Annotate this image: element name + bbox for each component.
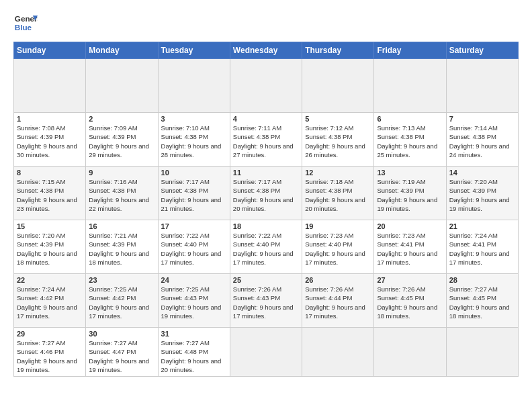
- day-number: 25: [233, 276, 299, 284]
- calendar-cell: 26Sunrise: 7:26 AMSunset: 4:44 PMDayligh…: [302, 274, 374, 328]
- calendar-header-row: SundayMondayTuesdayWednesdayThursdayFrid…: [14, 42, 519, 59]
- day-number: 17: [161, 222, 227, 230]
- day-info: Sunrise: 7:21 AMSunset: 4:39 PMDaylight:…: [89, 232, 149, 266]
- day-info: Sunrise: 7:13 AMSunset: 4:38 PMDaylight:…: [377, 124, 437, 158]
- calendar-week-row: 15Sunrise: 7:20 AMSunset: 4:39 PMDayligh…: [14, 220, 519, 274]
- calendar-cell: 15Sunrise: 7:20 AMSunset: 4:39 PMDayligh…: [14, 220, 86, 274]
- calendar-cell: [302, 59, 374, 113]
- day-number: 20: [377, 222, 443, 230]
- day-info: Sunrise: 7:18 AMSunset: 4:38 PMDaylight:…: [305, 178, 365, 212]
- day-number: 22: [17, 276, 83, 284]
- calendar-cell: [230, 328, 302, 377]
- day-number: 2: [89, 115, 154, 123]
- calendar-cell: 18Sunrise: 7:22 AMSunset: 4:40 PMDayligh…: [230, 220, 302, 274]
- day-number: 18: [233, 222, 299, 230]
- calendar-cell: 11Sunrise: 7:17 AMSunset: 4:38 PMDayligh…: [230, 167, 302, 220]
- calendar-weekday-sunday: Sunday: [14, 42, 86, 59]
- calendar-week-row: 22Sunrise: 7:24 AMSunset: 4:42 PMDayligh…: [14, 274, 519, 328]
- calendar-cell: [14, 59, 86, 113]
- day-info: Sunrise: 7:22 AMSunset: 4:40 PMDaylight:…: [161, 232, 222, 266]
- day-number: 15: [17, 222, 83, 230]
- day-number: 1: [17, 115, 83, 123]
- calendar-weekday-tuesday: Tuesday: [158, 42, 230, 59]
- calendar-cell: 6Sunrise: 7:13 AMSunset: 4:38 PMDaylight…: [374, 113, 446, 167]
- day-info: Sunrise: 7:14 AMSunset: 4:38 PMDaylight:…: [449, 124, 510, 158]
- calendar-cell: 8Sunrise: 7:15 AMSunset: 4:38 PMDaylight…: [14, 167, 86, 220]
- calendar-cell: 4Sunrise: 7:11 AMSunset: 4:38 PMDaylight…: [230, 113, 302, 167]
- day-number: 28: [449, 276, 515, 284]
- calendar-weekday-saturday: Saturday: [446, 42, 518, 59]
- calendar-cell: 5Sunrise: 7:12 AMSunset: 4:38 PMDaylight…: [302, 113, 374, 167]
- day-info: Sunrise: 7:24 AMSunset: 4:41 PMDaylight:…: [449, 232, 510, 266]
- day-number: 21: [449, 222, 515, 230]
- day-number: 6: [377, 115, 443, 123]
- calendar-cell: 21Sunrise: 7:24 AMSunset: 4:41 PMDayligh…: [446, 220, 518, 274]
- calendar-cell: [374, 328, 446, 377]
- logo-icon: General Blue: [13, 11, 38, 35]
- day-number: 27: [377, 276, 443, 284]
- calendar-cell: 16Sunrise: 7:21 AMSunset: 4:39 PMDayligh…: [86, 220, 158, 274]
- day-info: Sunrise: 7:27 AMSunset: 4:46 PMDaylight:…: [17, 339, 77, 373]
- day-info: Sunrise: 7:25 AMSunset: 4:43 PMDaylight:…: [161, 285, 222, 320]
- day-info: Sunrise: 7:08 AMSunset: 4:39 PMDaylight:…: [17, 124, 77, 158]
- day-info: Sunrise: 7:26 AMSunset: 4:43 PMDaylight:…: [233, 285, 294, 320]
- calendar-weekday-monday: Monday: [86, 42, 158, 59]
- calendar-week-row: [14, 59, 519, 113]
- day-number: 9: [89, 169, 154, 177]
- calendar-cell: 9Sunrise: 7:16 AMSunset: 4:38 PMDaylight…: [86, 167, 158, 220]
- header: General Blue: [13, 11, 519, 35]
- calendar-cell: 27Sunrise: 7:26 AMSunset: 4:45 PMDayligh…: [374, 274, 446, 328]
- day-info: Sunrise: 7:12 AMSunset: 4:38 PMDaylight:…: [305, 124, 365, 158]
- calendar-cell: 12Sunrise: 7:18 AMSunset: 4:38 PMDayligh…: [302, 167, 374, 220]
- calendar-weekday-friday: Friday: [374, 42, 446, 59]
- day-info: Sunrise: 7:24 AMSunset: 4:42 PMDaylight:…: [17, 285, 77, 320]
- day-info: Sunrise: 7:17 AMSunset: 4:38 PMDaylight:…: [161, 178, 222, 212]
- day-info: Sunrise: 7:11 AMSunset: 4:38 PMDaylight:…: [233, 124, 294, 158]
- calendar-cell: 28Sunrise: 7:27 AMSunset: 4:45 PMDayligh…: [446, 274, 518, 328]
- day-info: Sunrise: 7:27 AMSunset: 4:45 PMDaylight:…: [449, 285, 510, 320]
- calendar-cell: 24Sunrise: 7:25 AMSunset: 4:43 PMDayligh…: [158, 274, 230, 328]
- day-info: Sunrise: 7:09 AMSunset: 4:39 PMDaylight:…: [89, 124, 149, 158]
- calendar-cell: 2Sunrise: 7:09 AMSunset: 4:39 PMDaylight…: [86, 113, 158, 167]
- day-number: 30: [89, 330, 154, 338]
- calendar-cell: 23Sunrise: 7:25 AMSunset: 4:42 PMDayligh…: [86, 274, 158, 328]
- page-container: General Blue SundayMondayTuesdayWednesda…: [0, 0, 532, 383]
- day-number: 8: [17, 169, 83, 177]
- day-number: 26: [305, 276, 371, 284]
- calendar-cell: 31Sunrise: 7:27 AMSunset: 4:48 PMDayligh…: [158, 328, 230, 377]
- day-number: 4: [233, 115, 299, 123]
- calendar-cell: 30Sunrise: 7:27 AMSunset: 4:47 PMDayligh…: [86, 328, 158, 377]
- calendar-cell: 7Sunrise: 7:14 AMSunset: 4:38 PMDaylight…: [446, 113, 518, 167]
- calendar-cell: 13Sunrise: 7:19 AMSunset: 4:39 PMDayligh…: [374, 167, 446, 220]
- calendar-cell: [86, 59, 158, 113]
- logo: General Blue: [13, 11, 38, 35]
- day-info: Sunrise: 7:10 AMSunset: 4:38 PMDaylight:…: [161, 124, 222, 158]
- svg-text:General: General: [15, 14, 38, 23]
- calendar-cell: [446, 59, 518, 113]
- day-info: Sunrise: 7:23 AMSunset: 4:40 PMDaylight:…: [305, 232, 365, 266]
- day-number: 14: [449, 169, 515, 177]
- day-info: Sunrise: 7:19 AMSunset: 4:39 PMDaylight:…: [377, 178, 437, 212]
- day-info: Sunrise: 7:17 AMSunset: 4:38 PMDaylight:…: [233, 178, 294, 212]
- day-info: Sunrise: 7:16 AMSunset: 4:38 PMDaylight:…: [89, 178, 149, 212]
- calendar-cell: [446, 328, 518, 377]
- day-number: 11: [233, 169, 299, 177]
- svg-text:Blue: Blue: [15, 23, 32, 32]
- calendar-cell: 14Sunrise: 7:20 AMSunset: 4:39 PMDayligh…: [446, 167, 518, 220]
- calendar-cell: [158, 59, 230, 113]
- day-number: 29: [17, 330, 83, 338]
- calendar-week-row: 1Sunrise: 7:08 AMSunset: 4:39 PMDaylight…: [14, 113, 519, 167]
- day-number: 5: [305, 115, 371, 123]
- day-number: 13: [377, 169, 443, 177]
- day-info: Sunrise: 7:20 AMSunset: 4:39 PMDaylight:…: [17, 232, 77, 266]
- calendar-weekday-wednesday: Wednesday: [230, 42, 302, 59]
- calendar-week-row: 29Sunrise: 7:27 AMSunset: 4:46 PMDayligh…: [14, 328, 519, 377]
- day-number: 23: [89, 276, 154, 284]
- day-info: Sunrise: 7:27 AMSunset: 4:47 PMDaylight:…: [89, 339, 149, 373]
- calendar-week-row: 8Sunrise: 7:15 AMSunset: 4:38 PMDaylight…: [14, 167, 519, 220]
- day-info: Sunrise: 7:23 AMSunset: 4:41 PMDaylight:…: [377, 232, 437, 266]
- day-info: Sunrise: 7:27 AMSunset: 4:48 PMDaylight:…: [161, 339, 222, 373]
- calendar-cell: 3Sunrise: 7:10 AMSunset: 4:38 PMDaylight…: [158, 113, 230, 167]
- calendar-cell: 25Sunrise: 7:26 AMSunset: 4:43 PMDayligh…: [230, 274, 302, 328]
- calendar-cell: 19Sunrise: 7:23 AMSunset: 4:40 PMDayligh…: [302, 220, 374, 274]
